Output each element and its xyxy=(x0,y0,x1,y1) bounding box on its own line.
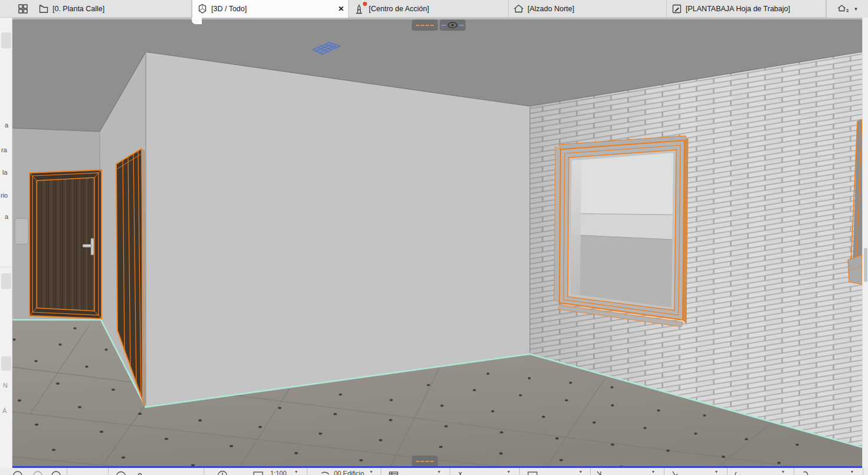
3d-scene xyxy=(12,18,862,467)
toolbox-label-fragment: N xyxy=(3,382,8,389)
dashed-line-icon xyxy=(416,461,434,462)
quick-options-bar[interactable]: 1:100 00 Edificio ▾ ▾ ▾ ▾ ▾ ▾ ▾ ▾ ▾ xyxy=(0,468,868,475)
tab-planta-calle[interactable]: [0. Planta Calle] xyxy=(34,0,192,18)
right-scrollbar-track[interactable] xyxy=(862,18,868,475)
scale-quick-option[interactable]: 1:100 xyxy=(270,470,287,475)
marquee-button-bottom[interactable] xyxy=(412,456,438,467)
tab-label: [3D / Todo] xyxy=(211,5,247,13)
notification-dot xyxy=(363,2,367,6)
window-selected[interactable] xyxy=(554,136,688,327)
3d-view-icon xyxy=(197,4,208,14)
toolbox-label-fragment: la xyxy=(2,169,8,176)
elevation-icon xyxy=(513,4,524,14)
tab-label: [PLANTABAJA Hoja de Trabajo] xyxy=(686,5,790,13)
tab-label: [0. Planta Calle] xyxy=(53,5,104,13)
dashed-line-icon xyxy=(416,25,434,26)
toolbox-label-fragment: a xyxy=(5,213,8,220)
model-views-icon xyxy=(837,4,851,14)
tab-alzado-norte[interactable]: [Alzado Norte] xyxy=(509,0,667,18)
toolbox-button[interactable] xyxy=(1,356,11,371)
eye-icon xyxy=(447,21,458,29)
chevron-down-icon: ▾ xyxy=(854,6,857,12)
floor-plan-icon xyxy=(38,4,49,14)
tab-centro-de-accion[interactable]: [Centro de Acción] xyxy=(349,0,509,18)
dash-left xyxy=(441,25,446,26)
door-1-selected[interactable] xyxy=(30,170,101,319)
chevron-down-icon: ▾ xyxy=(652,469,654,474)
toolbox-label-fragment: rio xyxy=(1,192,8,199)
dash-right xyxy=(459,25,464,26)
marquee-button-top[interactable] xyxy=(412,19,438,31)
tab-plantabaja-hoja[interactable]: [PLANTABAJA Hoja de Trabajo] xyxy=(667,0,826,18)
chevron-down-icon: ▾ xyxy=(851,469,853,474)
close-icon[interactable]: ✕ xyxy=(338,0,344,18)
visibility-button[interactable] xyxy=(440,19,466,31)
layer-combination-quick-option[interactable]: 00 Edificio xyxy=(334,470,364,475)
statusbar-icon-stubs xyxy=(0,468,868,475)
scrollbar-thumb[interactable] xyxy=(864,248,867,282)
toolbox-label-fragment: ra xyxy=(1,146,7,153)
tab-list-dropdown-button[interactable]: ▾ xyxy=(826,0,868,18)
tab-3d-todo[interactable]: [3D / Todo] ✕ xyxy=(192,0,349,18)
tab-label: [Alzado Norte] xyxy=(528,5,574,13)
tab-label: [Centro de Acción] xyxy=(369,5,429,13)
chevron-down-icon: ▾ xyxy=(295,469,297,474)
toolbox-button[interactable] xyxy=(1,32,11,48)
main-wall[interactable] xyxy=(146,52,530,407)
chevron-down-icon: ▾ xyxy=(579,469,582,474)
viewport-top-edge xyxy=(12,18,862,19)
toolbox-label-fragment: a xyxy=(5,122,8,129)
toolbox-strip: a ra la rio a N Á xyxy=(0,18,12,475)
active-tab-flare xyxy=(192,18,202,24)
view-tab-bar: [0. Planta Calle] [3D / Todo] ✕ [Centro … xyxy=(0,0,868,18)
active-view-border xyxy=(12,466,862,468)
window-glass xyxy=(571,153,673,307)
toolbox-divider xyxy=(0,267,12,267)
tab-overview-button[interactable] xyxy=(15,3,31,15)
chevron-down-icon: ▾ xyxy=(507,469,510,474)
toolbox-label-fragment: Á xyxy=(2,407,6,414)
chevron-down-icon: ▾ xyxy=(370,469,372,474)
chevron-down-icon: ▾ xyxy=(715,469,718,474)
chevron-down-icon: ▾ xyxy=(438,469,440,474)
panel-grab-tab[interactable] xyxy=(15,218,28,244)
worksheet-icon xyxy=(672,4,682,14)
tab-grid-icon xyxy=(18,4,28,14)
archicad-window: [0. Planta Calle] [3D / Todo] ✕ [Centro … xyxy=(0,0,868,475)
3d-viewport[interactable] xyxy=(12,18,862,467)
toolbox-button[interactable] xyxy=(1,273,11,289)
action-center-icon xyxy=(353,4,365,15)
chevron-down-icon: ▾ xyxy=(782,469,784,474)
